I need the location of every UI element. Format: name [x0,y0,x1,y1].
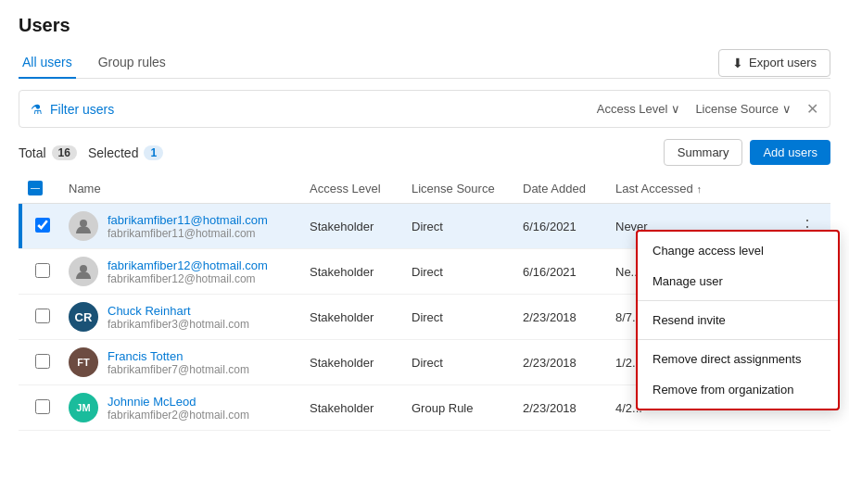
tabs-bar: All users Group rules ⬇ Export users [19,47,830,79]
date-added-1: 6/16/2021 [513,204,606,249]
user-secondary-name-2: fabrikamfiber12@hotmail.com [108,272,268,285]
access-level-2: Stakeholder [300,249,402,295]
avatar-3: CR [69,302,98,332]
remove-org-item[interactable]: Remove from organization [638,374,838,405]
summary-button[interactable]: Summary [664,139,743,166]
avatar-1 [69,211,98,241]
user-primary-name-2: fabrikamfiber12@hotmail.com [108,258,268,272]
avatar-4: FT [69,347,98,377]
menu-divider [638,300,838,301]
context-menu: Change access level Manage user Resend i… [636,230,840,410]
access-level-3: Stakeholder [300,295,402,340]
col-header-license: License Source [402,173,513,204]
date-added-2: 6/16/2021 [513,249,606,295]
name-cell-3: CR Chuck Reinhart fabrikamfiber3@hotmail… [59,295,300,340]
filter-controls: Access Level ∨ License Source ∨ ✕ [597,100,818,118]
date-added-5: 2/23/2018 [513,385,606,431]
checkbox-1[interactable] [35,218,50,233]
tab-group: All users Group rules [19,47,170,78]
license-source-4: Direct [402,340,513,385]
col-header-last[interactable]: Last Accessed ↑ [606,173,784,204]
avatar-5: JM [69,393,98,422]
user-secondary-name-3: fabrikamfiber3@hotmail.com [108,318,249,331]
checkbox-2[interactable] [35,263,50,278]
user-secondary-name-4: fabrikamfiber7@hotmail.com [108,363,249,376]
col-header-actions [784,173,830,204]
user-primary-name-3: Chuck Reinhart [108,304,249,318]
license-source-3: Direct [402,295,513,340]
user-secondary-name-5: fabrikamfiber2@hotmail.com [108,409,249,422]
remove-direct-item[interactable]: Remove direct assignments [638,344,838,374]
total-count: Total 16 [19,145,77,160]
toolbar-right: Summary Add users [664,139,830,166]
row-checkbox-1[interactable] [19,204,59,249]
col-header-name: Name [59,173,300,204]
license-source-2: Direct [402,249,513,295]
access-level-5: Stakeholder [300,385,402,431]
export-users-button[interactable]: ⬇ Export users [718,49,830,77]
license-source-1: Direct [402,204,513,249]
avatar-2 [69,257,98,286]
checkbox-5[interactable] [35,399,50,414]
name-cell-1: fabrikamfiber11@hotmail.com fabrikamfibe… [59,204,300,249]
row-checkbox-4[interactable] [19,340,59,385]
name-cell-2: fabrikamfiber12@hotmail.com fabrikamfibe… [59,249,300,295]
col-header-date: Date Added [513,173,606,204]
toolbar: Total 16 Selected 1 Summary Add users [19,139,830,166]
toolbar-left: Total 16 Selected 1 [19,145,163,160]
change-access-level-item[interactable]: Change access level [638,235,838,266]
svg-point-0 [80,220,87,227]
name-cell-5: JM Johnnie McLeod fabrikamfiber2@hotmail… [59,385,300,431]
manage-user-item[interactable]: Manage user [638,266,838,296]
add-users-button[interactable]: Add users [750,140,830,165]
license-source-dropdown[interactable]: License Source ∨ [695,102,792,116]
user-primary-name-5: Johnnie McLeod [108,395,249,409]
page-container: Users All users Group rules ⬇ Export use… [0,0,849,446]
col-header-access: Access Level [300,173,402,204]
resend-invite-item[interactable]: Resend invite [638,305,838,335]
page-title: Users [19,15,830,36]
tab-group-rules[interactable]: Group rules [95,47,170,79]
table-header-row: Name Access Level License Source Date Ad… [19,173,830,204]
select-all-header[interactable] [19,173,59,204]
indeterminate-checkbox[interactable] [28,181,43,195]
filter-bar: ⚗ Filter users Access Level ∨ License So… [19,90,830,128]
chevron-down-icon: ∨ [782,102,792,116]
license-source-5: Group Rule [402,385,513,431]
row-checkbox-3[interactable] [19,295,59,340]
row-checkbox-2[interactable] [19,249,59,295]
access-level-1: Stakeholder [300,204,402,249]
tab-all-users[interactable]: All users [19,47,76,79]
access-level-4: Stakeholder [300,340,402,385]
svg-point-1 [80,265,87,272]
download-icon: ⬇ [732,56,743,70]
table-row: fabrikamfiber11@hotmail.com fabrikamfibe… [19,204,830,249]
name-cell-4: FT Francis Totten fabrikamfiber7@hotmail… [59,340,300,385]
date-added-4: 2/23/2018 [513,340,606,385]
checkbox-3[interactable] [35,309,50,323]
selected-count: Selected 1 [88,145,163,160]
access-level-dropdown[interactable]: Access Level ∨ [597,102,681,116]
clear-filters-button[interactable]: ✕ [806,100,818,118]
row-checkbox-5[interactable] [19,385,59,431]
filter-users-button[interactable]: ⚗ Filter users [31,102,114,117]
table: Name Access Level License Source Date Ad… [19,173,830,431]
checkbox-4[interactable] [35,354,50,369]
filter-icon: ⚗ [31,102,43,117]
chevron-down-icon: ∨ [671,102,680,116]
user-secondary-name-1: fabrikamfiber11@hotmail.com [108,227,268,240]
users-table: Name Access Level License Source Date Ad… [19,173,830,431]
sort-icon: ↑ [696,183,702,195]
date-added-3: 2/23/2018 [513,295,606,340]
menu-divider-2 [638,339,838,340]
user-primary-name-1: fabrikamfiber11@hotmail.com [108,213,268,227]
row-actions-1: ⋮ Change access level Manage user Resend… [784,204,830,249]
user-primary-name-4: Francis Totten [108,349,249,363]
